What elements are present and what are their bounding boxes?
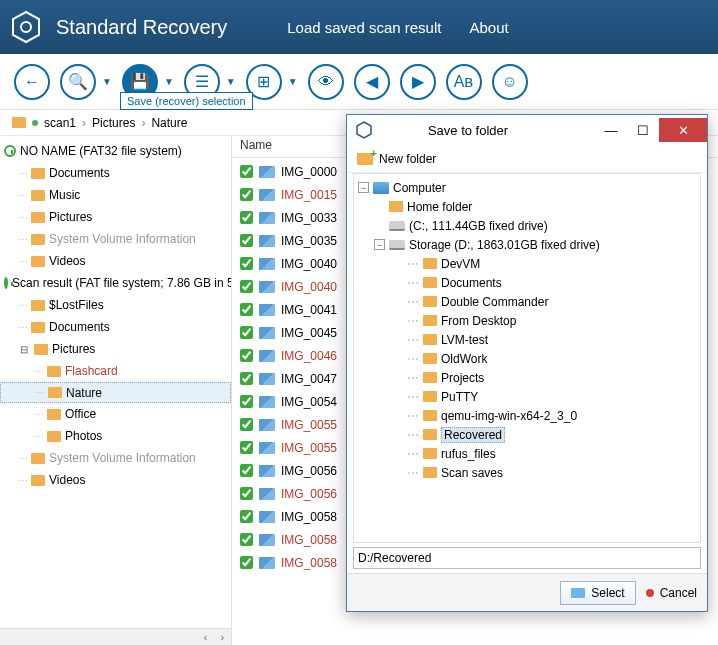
tree-item[interactable]: ⋯System Volume Information xyxy=(0,228,231,250)
tree-item[interactable]: ⋯Pictures xyxy=(0,206,231,228)
tree-item[interactable]: ⋯Office xyxy=(0,403,231,425)
tree-item[interactable]: ⋯Documents xyxy=(0,316,231,338)
breadcrumb-item[interactable]: Pictures xyxy=(92,116,135,130)
folder-tree-item[interactable]: ⋯Scan saves xyxy=(354,463,700,482)
minimize-button[interactable]: — xyxy=(595,118,627,142)
chevron-right-icon: › xyxy=(141,116,145,130)
app-title: Standard Recovery xyxy=(56,16,227,39)
tree-pane: NO NAME (FAT32 file system)⋯Documents⋯Mu… xyxy=(0,136,232,645)
file-checkbox[interactable] xyxy=(240,280,253,293)
image-icon xyxy=(259,166,275,178)
file-checkbox[interactable] xyxy=(240,257,253,270)
folder-tree-item[interactable]: ⋯DevVM xyxy=(354,254,700,273)
tree-item[interactable]: ⊟Pictures xyxy=(0,338,231,360)
open-folder-icon xyxy=(571,588,585,598)
file-name: IMG_0040 xyxy=(281,257,337,271)
file-name: IMG_0058 xyxy=(281,556,337,570)
folder-tree-item[interactable]: ⋯Double Commander xyxy=(354,292,700,311)
save-caret-icon[interactable]: ▼ xyxy=(164,76,174,87)
image-icon xyxy=(259,189,275,201)
header-menu: Load saved scan result About xyxy=(287,19,508,36)
grid-caret-icon[interactable]: ▼ xyxy=(288,76,298,87)
file-checkbox[interactable] xyxy=(240,464,253,477)
file-checkbox[interactable] xyxy=(240,487,253,500)
scroll-left-icon[interactable]: ‹ xyxy=(197,629,214,645)
image-icon xyxy=(259,419,275,431)
user-button[interactable]: ☺ xyxy=(492,64,528,100)
file-checkbox[interactable] xyxy=(240,165,253,178)
folder-tree-item[interactable]: ⋯From Desktop xyxy=(354,311,700,330)
breadcrumb-item[interactable]: scan1 xyxy=(44,116,76,130)
cancel-dot-icon xyxy=(646,589,654,597)
folder-icon xyxy=(12,117,26,128)
tree-item[interactable]: ⋯Documents xyxy=(0,162,231,184)
file-checkbox[interactable] xyxy=(240,556,253,569)
search-button[interactable]: 🔍 xyxy=(60,64,96,100)
file-name: IMG_0000 xyxy=(281,165,337,179)
image-icon xyxy=(259,258,275,270)
select-button[interactable]: Select xyxy=(560,581,635,605)
horizontal-scrollbar[interactable]: ‹ › xyxy=(0,628,231,645)
file-checkbox[interactable] xyxy=(240,349,253,362)
back-button[interactable]: ← xyxy=(14,64,50,100)
folder-tree-item[interactable]: ⋯qemu-img-win-x64-2_3_0 xyxy=(354,406,700,425)
tree-item[interactable]: ⋯System Volume Information xyxy=(0,447,231,469)
tree-item[interactable]: NO NAME (FAT32 file system) xyxy=(0,140,231,162)
folder-tree-item[interactable]: Home folder xyxy=(354,197,700,216)
image-icon xyxy=(259,350,275,362)
file-checkbox[interactable] xyxy=(240,234,253,247)
file-name: IMG_0058 xyxy=(281,533,337,547)
maximize-button[interactable]: ☐ xyxy=(627,118,659,142)
folder-tree-item[interactable]: ⋯OldWork xyxy=(354,349,700,368)
menu-about[interactable]: About xyxy=(469,19,508,36)
status-dot-icon xyxy=(32,120,38,126)
file-name: IMG_0054 xyxy=(281,395,337,409)
cancel-button[interactable]: Cancel xyxy=(646,586,697,600)
tree-item[interactable]: ⋯Music xyxy=(0,184,231,206)
next-button[interactable]: ▶ xyxy=(400,64,436,100)
file-name: IMG_0056 xyxy=(281,487,337,501)
file-checkbox[interactable] xyxy=(240,326,253,339)
breadcrumb-item[interactable]: Nature xyxy=(151,116,187,130)
tree-item[interactable]: Scan result (FAT file system; 7.86 GB in… xyxy=(0,272,231,294)
folder-tree-item[interactable]: ⋯rufus_files xyxy=(354,444,700,463)
tree-item[interactable]: ⋯Videos xyxy=(0,469,231,491)
file-checkbox[interactable] xyxy=(240,303,253,316)
folder-tree-item[interactable]: ⋯Recovered xyxy=(354,425,700,444)
new-folder-button[interactable]: New folder xyxy=(379,152,436,166)
svg-point-1 xyxy=(21,22,31,32)
folder-tree-item[interactable]: ⋯LVM-test xyxy=(354,330,700,349)
prev-button[interactable]: ◀ xyxy=(354,64,390,100)
file-checkbox[interactable] xyxy=(240,441,253,454)
file-name: IMG_0041 xyxy=(281,303,337,317)
file-checkbox[interactable] xyxy=(240,510,253,523)
tree-item[interactable]: ⋯Flashcard xyxy=(0,360,231,382)
font-button[interactable]: Aʙ xyxy=(446,64,482,100)
scroll-right-icon[interactable]: › xyxy=(214,629,231,645)
tree-item[interactable]: ⋯Photos xyxy=(0,425,231,447)
file-checkbox[interactable] xyxy=(240,372,253,385)
tree-item[interactable]: ⋯Nature xyxy=(0,382,231,403)
dialog-titlebar[interactable]: Save to folder — ☐ ✕ xyxy=(347,115,707,145)
folder-tree-item[interactable]: (C:, 111.44GB fixed drive) xyxy=(354,216,700,235)
file-checkbox[interactable] xyxy=(240,211,253,224)
folder-tree-item[interactable]: ⋯PuTTY xyxy=(354,387,700,406)
file-checkbox[interactable] xyxy=(240,418,253,431)
folder-tree-item[interactable]: ⋯Documents xyxy=(354,273,700,292)
tree-item[interactable]: ⋯$LostFiles xyxy=(0,294,231,316)
menu-load-scan[interactable]: Load saved scan result xyxy=(287,19,441,36)
file-checkbox[interactable] xyxy=(240,395,253,408)
folder-tree[interactable]: −ComputerHome folder(C:, 111.44GB fixed … xyxy=(353,173,701,543)
folder-tree-item[interactable]: −Storage (D:, 1863.01GB fixed drive) xyxy=(354,235,700,254)
list-caret-icon[interactable]: ▼ xyxy=(226,76,236,87)
close-button[interactable]: ✕ xyxy=(659,118,707,142)
search-caret-icon[interactable]: ▼ xyxy=(102,76,112,87)
path-input[interactable] xyxy=(353,547,701,569)
path-field-container xyxy=(353,547,701,569)
folder-tree-item[interactable]: −Computer xyxy=(354,178,700,197)
folder-tree-item[interactable]: ⋯Projects xyxy=(354,368,700,387)
binoculars-button[interactable]: 👁 xyxy=(308,64,344,100)
file-checkbox[interactable] xyxy=(240,188,253,201)
tree-item[interactable]: ⋯Videos xyxy=(0,250,231,272)
file-checkbox[interactable] xyxy=(240,533,253,546)
